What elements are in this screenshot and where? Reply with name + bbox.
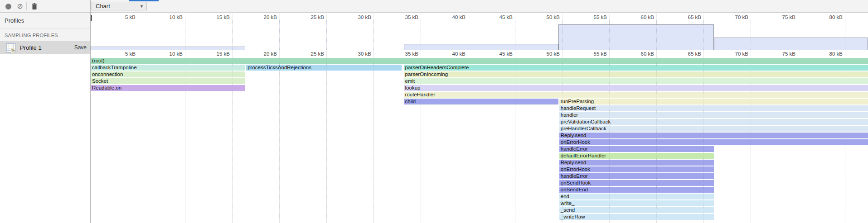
flame-frame[interactable]: runPreParsing (559, 99, 868, 104)
flame-frame[interactable]: parserOnHeadersComplete (404, 65, 868, 71)
flame-dotted-gridline (373, 58, 374, 223)
sidebar-title: Profiles (0, 13, 90, 29)
overview-dotted-gridline (562, 20, 563, 50)
flame-frame[interactable]: handleError (559, 173, 714, 179)
overview-dotted-gridline (138, 20, 138, 50)
flame-dotted-gridline (703, 58, 704, 223)
flame-frame[interactable]: onErrorHook (559, 139, 868, 145)
flame-frame[interactable]: handleError (559, 146, 714, 152)
overview-memory-step (558, 24, 714, 50)
overview-axis-tick: 55 kB (581, 14, 607, 20)
overview-dotted-gridline (751, 20, 751, 50)
flame-axis-tick: 25 kB (298, 51, 324, 57)
flame-frame[interactable]: _send (559, 207, 714, 213)
flame-axis-tick: 35 kB (392, 51, 418, 57)
overview-memory-step (404, 44, 558, 50)
flame-axis-tick: 50 kB (533, 51, 560, 57)
flame-frame[interactable]: defaultErrorHandler (559, 153, 714, 159)
flame-frame-label: (root) (91, 58, 104, 63)
clear-button[interactable]: ⊘ (15, 2, 25, 11)
flame-frame-label: onErrorHook (559, 139, 590, 145)
view-mode-value: Chart (92, 3, 140, 9)
flame-frame[interactable]: write_ (559, 200, 714, 206)
flame-frame[interactable]: onSendHook (559, 180, 714, 186)
sidebar-divider (90, 0, 91, 223)
sidebar-item-profile-1[interactable]: % Profile 1 Save (0, 41, 90, 54)
flame-frame[interactable]: Reply.send (559, 160, 714, 166)
flame-frame[interactable]: preHandlerCallback (559, 126, 868, 132)
overview-dotted-gridline (609, 20, 610, 50)
overview-dotted-gridline (373, 20, 374, 50)
overview-axis-tick: 75 kB (769, 14, 795, 20)
flame-frame-label: onSendHook (559, 180, 591, 185)
delete-button[interactable] (29, 2, 39, 11)
overview-axis-tick: 25 kB (298, 14, 324, 20)
flame-dotted-gridline (468, 58, 468, 223)
flame-axis-tick: 40 kB (439, 51, 466, 57)
flame-frame[interactable]: routeHandler (404, 92, 868, 98)
flame-frame-label: callbackTrampoline (91, 65, 137, 70)
flame-frame[interactable]: callbackTrampoline (91, 65, 245, 71)
flame-axis-tick: 10 kB (156, 51, 183, 57)
overview-dotted-gridline (468, 20, 468, 50)
overview-dotted-gridline (185, 20, 185, 50)
flame-frame[interactable]: Reply.send (559, 133, 868, 138)
record-button[interactable] (3, 2, 13, 11)
overview-dotted-gridline (656, 20, 657, 50)
flame-frame-label: routeHandler (404, 92, 435, 97)
overview-axis-tick: 15 kB (204, 14, 230, 20)
flame-frame-label: child (404, 99, 416, 104)
overview-dotted-gridline (845, 20, 845, 50)
flame-frame[interactable]: (root) (91, 58, 868, 64)
trash-icon (31, 3, 38, 10)
view-mode-select[interactable]: Chart ▼ (92, 2, 147, 10)
overview-axis-tick: 60 kB (628, 14, 654, 20)
flame-dotted-gridline (326, 58, 327, 223)
flame-dotted-gridline (656, 58, 657, 223)
flame-frame-label: preHandlerCallback (559, 126, 606, 131)
overview-axis-tick: 70 kB (722, 14, 748, 20)
flame-frame[interactable]: processTicksAndRejections (246, 65, 402, 71)
flame-frame[interactable]: _writeRaw (559, 214, 714, 220)
sampling-profiles-header: SAMPLING PROFILES (0, 29, 90, 41)
flame-frame[interactable]: handler (559, 112, 868, 118)
save-link[interactable]: Save (74, 44, 87, 51)
flame-frame-label: _writeRaw (559, 214, 585, 219)
flame-frame[interactable]: Readable.on (91, 85, 245, 91)
flame-frame[interactable]: lookup (404, 85, 868, 91)
flame-axis-tick: 55 kB (581, 51, 607, 57)
flame-frame-label: write_ (559, 200, 575, 206)
flame-frame-label: lookup (404, 85, 421, 90)
flame-axis-tick: 5 kB (109, 51, 136, 57)
flame-dotted-gridline (232, 58, 233, 223)
flame-frame[interactable]: emit (404, 78, 868, 84)
toolbar: ⊘ Chart ▼ (0, 0, 868, 13)
overview-axis-tick: 30 kB (345, 14, 371, 20)
flame-frame[interactable]: onSendEnd (559, 187, 714, 193)
sidebar: Profiles SAMPLING PROFILES % Profile 1 S… (0, 13, 90, 223)
flame-frame[interactable]: parserOnIncoming (404, 71, 868, 77)
flame-frame-label: _send (559, 207, 575, 213)
flame-frame[interactable]: child (404, 99, 558, 104)
overview-scroll-handle[interactable] (91, 15, 92, 21)
flame-axis-tick: 70 kB (722, 51, 748, 57)
flame-axis-tick: 75 kB (769, 51, 795, 57)
block-icon: ⊘ (17, 3, 23, 10)
overview-memory-step (91, 47, 245, 50)
flame-frame-label: emit (404, 78, 415, 84)
flame-frame[interactable]: onconnection (91, 71, 245, 77)
flame-dotted-gridline (138, 58, 138, 223)
flame-dotted-gridline (751, 58, 751, 223)
flame-frame[interactable]: handleRequest (559, 105, 868, 111)
flame-frame[interactable]: end (559, 194, 714, 199)
flame-frame[interactable]: onErrorHook (559, 166, 714, 172)
flame-frame-label: defaultErrorHandler (559, 153, 606, 158)
flame-axis-tick: 80 kB (816, 51, 843, 57)
flame-frame-label: runPreParsing (559, 99, 594, 104)
record-icon (5, 4, 11, 9)
overview-dotted-gridline (421, 20, 421, 50)
flame-dotted-gridline (562, 58, 563, 223)
flame-frame[interactable]: preValidationCallback (559, 119, 868, 125)
flame-frame[interactable]: Socket (91, 78, 245, 84)
overview-axis-tick: 35 kB (392, 14, 418, 20)
